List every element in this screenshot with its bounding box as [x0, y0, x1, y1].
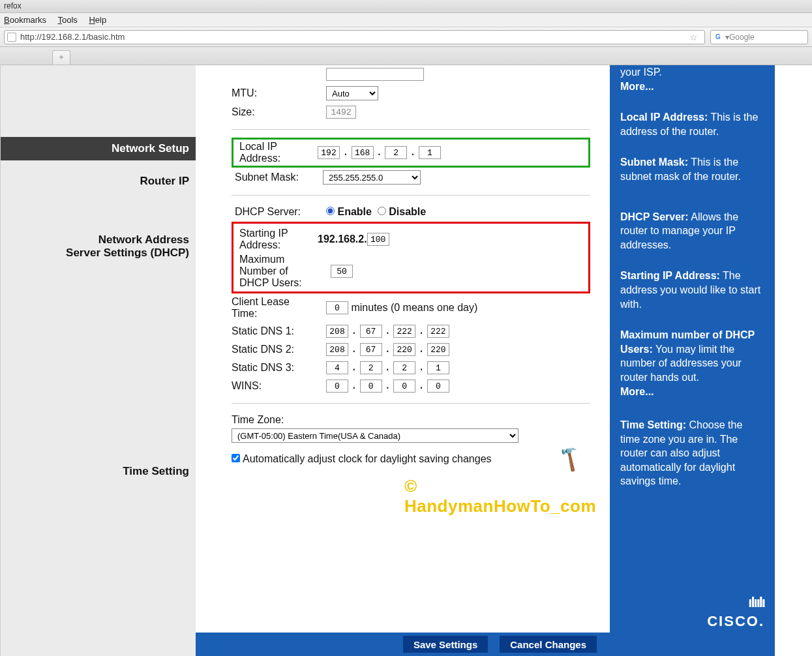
local-ip-highlight: Local IPAddress: . . .: [232, 138, 590, 168]
router-page: Network Setup Router IP Network AddressS…: [0, 65, 812, 656]
hammer-icon: 🔨: [554, 442, 586, 474]
dns3-a[interactable]: [326, 361, 348, 374]
dhcp-range-highlight: Starting IPAddress: 192.168.2. MaximumNu…: [232, 222, 590, 293]
dhcp-disable[interactable]: Disable: [378, 206, 426, 218]
lease-label: Client LeaseTime:: [232, 296, 326, 320]
lease-suffix: minutes (0 means one day): [351, 302, 477, 314]
timezone-select[interactable]: (GMT-05:00) Eastern Time(USA & Canada): [232, 428, 519, 443]
subnet-select[interactable]: 255.255.255.0: [323, 170, 421, 185]
dst-checkbox[interactable]: Automatically adjust clock for daylight …: [232, 453, 492, 465]
page-icon: [7, 33, 16, 42]
lease-input[interactable]: [326, 301, 348, 314]
menu-tools[interactable]: Tools: [57, 15, 77, 25]
dns1-b[interactable]: [360, 325, 382, 338]
dns3-c[interactable]: [393, 361, 415, 374]
tab-strip: +: [0, 47, 812, 65]
wins-d[interactable]: [427, 380, 449, 393]
size-label: Size:: [232, 106, 326, 118]
help-panel: your ISP.More... Local IP Address: This …: [610, 65, 775, 656]
browser-menubar: Bookmarks Tools Help: [0, 13, 812, 27]
router-sidebar: Network Setup Router IP Network AddressS…: [0, 65, 196, 656]
section-time: Time Setting: [1, 465, 196, 478]
cancel-button[interactable]: Cancel Changes: [500, 636, 597, 653]
starting-ip-label: Starting IPAddress:: [236, 228, 318, 251]
mtu-label: MTU:: [232, 87, 326, 99]
new-tab-button[interactable]: +: [52, 50, 70, 65]
button-bar: Save Settings Cancel Changes: [196, 633, 610, 656]
dns3-label: Static DNS 3:: [232, 362, 326, 374]
window-titlebar: refox: [0, 0, 812, 13]
size-input: [326, 106, 356, 119]
dns3-d[interactable]: [427, 361, 449, 374]
ip-octet-3[interactable]: [385, 146, 407, 159]
url-field-wrap[interactable]: ☆: [4, 30, 705, 44]
cisco-logo: ılıılı CISCO.: [707, 593, 764, 631]
dns1-a[interactable]: [326, 325, 348, 338]
section-dhcp: Network AddressServer Settings (DHCP): [1, 233, 196, 260]
dns2-b[interactable]: [360, 343, 382, 356]
dns1-label: Static DNS 1:: [232, 325, 326, 337]
ip-octet-4[interactable]: [419, 146, 441, 159]
dns2-c[interactable]: [393, 343, 415, 356]
address-bar: ☆ G▾ Google: [0, 27, 812, 47]
wins-label: WINS:: [232, 380, 326, 392]
section-network-setup: Network Setup: [1, 137, 196, 160]
url-input[interactable]: [20, 32, 687, 42]
subnet-label: Subnet Mask:: [232, 171, 323, 183]
dns2-label: Static DNS 2:: [232, 344, 326, 355]
help-more-link-2[interactable]: More...: [620, 386, 654, 397]
dhcp-enable[interactable]: Enable: [326, 206, 372, 218]
wins-a[interactable]: [326, 380, 348, 393]
max-users-input[interactable]: [331, 265, 353, 278]
save-button[interactable]: Save Settings: [403, 636, 488, 653]
starting-ip-prefix: 192.168.2.: [318, 233, 367, 245]
wins-c[interactable]: [393, 380, 415, 393]
dns1-d[interactable]: [427, 325, 449, 338]
dns2-a[interactable]: [326, 343, 348, 356]
wins-b[interactable]: [360, 380, 382, 393]
search-placeholder: Google: [729, 33, 755, 42]
local-ip-label: Local IPAddress:: [236, 141, 318, 164]
router-form: Domain Name: MTU: Auto Size: Local IPAdd…: [196, 65, 610, 656]
ip-octet-1[interactable]: [318, 146, 340, 159]
google-icon: G: [714, 33, 723, 42]
domain-name-input[interactable]: [326, 68, 424, 81]
max-users-label: MaximumNumber ofDHCP Users:: [236, 254, 331, 289]
dns2-d[interactable]: [427, 343, 449, 356]
browser-search-box[interactable]: G▾ Google: [710, 30, 808, 44]
menu-help[interactable]: Help: [89, 15, 106, 25]
dhcp-server-label: DHCP Server:: [232, 206, 326, 218]
watermark: © HandymanHowTo_com: [404, 476, 610, 516]
help-more-link[interactable]: More...: [620, 81, 654, 92]
menu-bookmarks[interactable]: Bookmarks: [4, 15, 46, 25]
dns3-b[interactable]: [360, 361, 382, 374]
dns1-c[interactable]: [393, 325, 415, 338]
timezone-label: Time Zone:: [232, 414, 590, 426]
ip-octet-2[interactable]: [352, 146, 374, 159]
starting-ip-last[interactable]: [367, 233, 389, 246]
mtu-select[interactable]: Auto: [326, 86, 378, 100]
bookmark-star-icon[interactable]: ☆: [689, 32, 698, 42]
section-router-ip: Router IP: [1, 175, 196, 188]
